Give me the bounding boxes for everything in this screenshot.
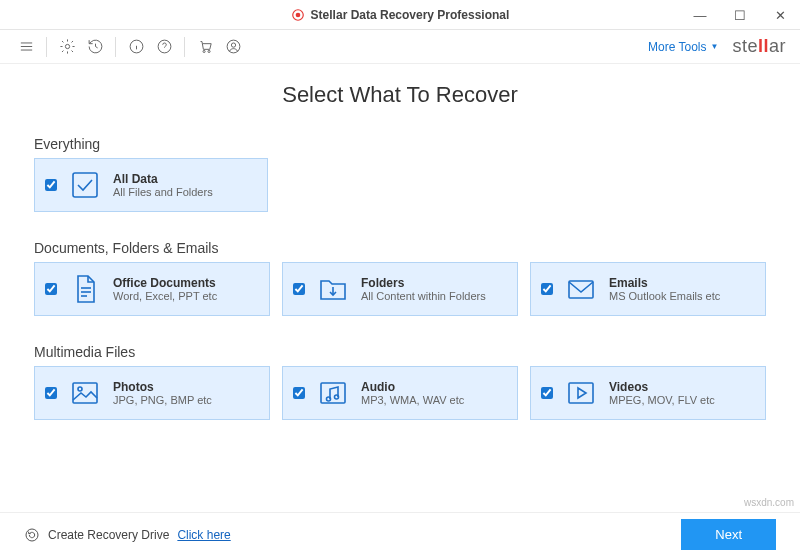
card-title: Audio	[361, 380, 464, 394]
checkbox-photos[interactable]	[45, 387, 57, 399]
next-button[interactable]: Next	[681, 519, 776, 550]
section-everything: Everything All Data All Files and Folder…	[34, 136, 766, 212]
checkbox-folders[interactable]	[293, 283, 305, 295]
brand-logo: stellar	[732, 36, 786, 57]
svg-point-1	[295, 12, 300, 17]
section-documents: Documents, Folders & Emails Office Docum…	[34, 240, 766, 316]
window-controls: — ☐ ✕	[680, 0, 800, 30]
card-office-documents[interactable]: Office Documents Word, Excel, PPT etc	[34, 262, 270, 316]
svg-point-28	[26, 529, 38, 541]
card-subtitle: JPG, PNG, BMP etc	[113, 394, 212, 406]
photo-icon	[67, 375, 103, 411]
separator	[46, 37, 47, 57]
card-subtitle: All Files and Folders	[113, 186, 213, 198]
card-all-data[interactable]: All Data All Files and Folders	[34, 158, 268, 212]
card-title: Folders	[361, 276, 486, 290]
section-label: Documents, Folders & Emails	[34, 240, 766, 256]
audio-icon	[315, 375, 351, 411]
chevron-down-icon: ▼	[711, 42, 719, 51]
svg-rect-20	[569, 281, 593, 298]
card-subtitle: MP3, WMA, WAV etc	[361, 394, 464, 406]
history-icon[interactable]	[83, 35, 107, 59]
svg-rect-26	[569, 383, 593, 403]
minimize-button[interactable]: —	[680, 0, 720, 30]
card-subtitle: MPEG, MOV, FLV etc	[609, 394, 715, 406]
svg-point-22	[78, 387, 82, 391]
close-button[interactable]: ✕	[760, 0, 800, 30]
mail-icon	[563, 271, 599, 307]
card-subtitle: Word, Excel, PPT etc	[113, 290, 217, 302]
menu-icon[interactable]	[14, 35, 38, 59]
svg-rect-23	[321, 383, 345, 403]
card-title: Videos	[609, 380, 715, 394]
card-title: All Data	[113, 172, 213, 186]
section-multimedia: Multimedia Files Photos JPG, PNG, BMP et…	[34, 344, 766, 420]
card-folders[interactable]: Folders All Content within Folders	[282, 262, 518, 316]
more-tools-label: More Tools	[648, 40, 706, 54]
window-title-text: Stellar Data Recovery Professional	[311, 8, 510, 22]
main-content: Select What To Recover Everything All Da…	[0, 82, 800, 420]
recovery-drive-icon	[24, 527, 40, 543]
page-title: Select What To Recover	[34, 82, 766, 108]
checkbox-office-documents[interactable]	[45, 283, 57, 295]
window-titlebar: Stellar Data Recovery Professional — ☐ ✕	[0, 0, 800, 30]
checkbox-all-data[interactable]	[45, 179, 57, 191]
svg-point-11	[203, 50, 205, 52]
footer: Create Recovery Drive Click here Next	[0, 512, 800, 556]
maximize-button[interactable]: ☐	[720, 0, 760, 30]
more-tools-dropdown[interactable]: More Tools ▼	[648, 40, 718, 54]
svg-rect-15	[73, 173, 97, 197]
svg-point-14	[231, 43, 235, 47]
card-videos[interactable]: Videos MPEG, MOV, FLV etc	[530, 366, 766, 420]
card-title: Emails	[609, 276, 720, 290]
svg-point-12	[207, 50, 209, 52]
separator	[115, 37, 116, 57]
click-here-link[interactable]: Click here	[177, 528, 230, 542]
document-icon	[67, 271, 103, 307]
card-subtitle: All Content within Folders	[361, 290, 486, 302]
checkbox-videos[interactable]	[541, 387, 553, 399]
section-label: Multimedia Files	[34, 344, 766, 360]
video-icon	[563, 375, 599, 411]
check-icon	[67, 167, 103, 203]
card-title: Office Documents	[113, 276, 217, 290]
watermark: wsxdn.com	[744, 497, 794, 508]
folder-download-icon	[315, 271, 351, 307]
card-title: Photos	[113, 380, 212, 394]
svg-point-5	[65, 44, 69, 48]
checkbox-emails[interactable]	[541, 283, 553, 295]
help-icon[interactable]	[152, 35, 176, 59]
window-title: Stellar Data Recovery Professional	[291, 8, 510, 22]
section-label: Everything	[34, 136, 766, 152]
card-audio[interactable]: Audio MP3, WMA, WAV etc	[282, 366, 518, 420]
checkbox-audio[interactable]	[293, 387, 305, 399]
toolbar: More Tools ▼ stellar	[0, 30, 800, 64]
cart-icon[interactable]	[193, 35, 217, 59]
svg-point-24	[327, 397, 331, 401]
info-icon[interactable]	[124, 35, 148, 59]
card-emails[interactable]: Emails MS Outlook Emails etc	[530, 262, 766, 316]
card-photos[interactable]: Photos JPG, PNG, BMP etc	[34, 366, 270, 420]
gear-icon[interactable]	[55, 35, 79, 59]
svg-point-25	[335, 395, 339, 399]
card-subtitle: MS Outlook Emails etc	[609, 290, 720, 302]
svg-rect-21	[73, 383, 97, 403]
separator	[184, 37, 185, 57]
user-icon[interactable]	[221, 35, 245, 59]
app-logo-icon	[291, 8, 305, 22]
svg-marker-27	[578, 388, 586, 398]
recovery-drive-label: Create Recovery Drive	[48, 528, 169, 542]
